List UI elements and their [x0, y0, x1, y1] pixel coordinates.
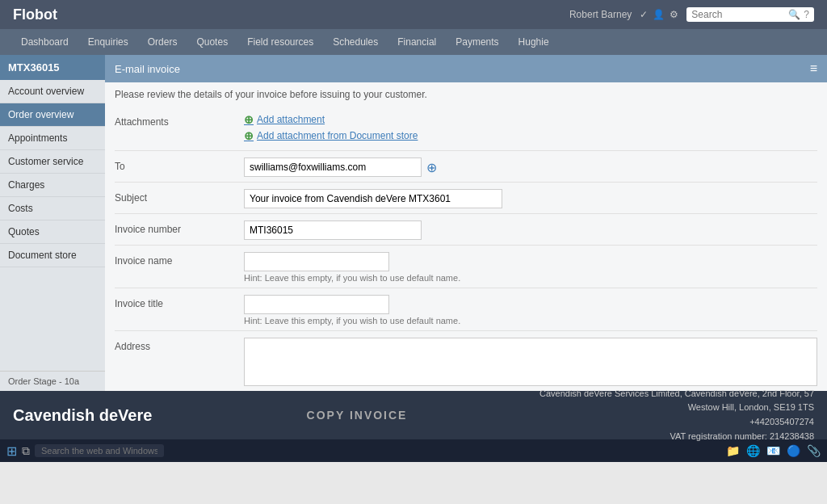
- to-field: ⊕: [244, 158, 817, 177]
- footer-phone: +442035407274: [539, 415, 814, 430]
- to-label: To: [115, 158, 244, 172]
- footer: Cavendish deVere COPY INVOICE Cavendish …: [0, 391, 827, 439]
- attachments-label: Attachments: [115, 113, 244, 128]
- email-invoice-body: Please review the details of your invoic…: [105, 82, 827, 391]
- to-add-button[interactable]: ⊕: [426, 160, 437, 175]
- subject-input[interactable]: [244, 189, 502, 208]
- address-textarea[interactable]: [244, 338, 817, 386]
- to-row: To ⊕: [115, 153, 817, 183]
- invoice-number-input[interactable]: [244, 220, 422, 240]
- nav-orders[interactable]: Orders: [140, 32, 186, 52]
- main-layout: MTX36015 Account overview Order overview…: [0, 55, 827, 391]
- sidebar: MTX36015 Account overview Order overview…: [0, 55, 105, 391]
- attachments-field: ⊕ Add attachment ⊕ Add attachment from D…: [244, 113, 817, 145]
- email-invoice-panel: E-mail invoice ≡ Please review the detai…: [105, 55, 827, 391]
- nav-enquiries[interactable]: Enquiries: [80, 32, 136, 52]
- subject-row: Subject document.querySelector('[data-na…: [115, 184, 817, 214]
- checkmark-icon[interactable]: ✓: [640, 9, 648, 20]
- nav-schedules[interactable]: Schedules: [325, 32, 386, 52]
- invoice-number-row: Invoice number: [115, 216, 817, 246]
- sidebar-item-costs[interactable]: Costs: [0, 197, 105, 220]
- invoice-name-row: Invoice name Hint: Leave this empty, if …: [115, 247, 817, 288]
- nav-hughie[interactable]: Hughie: [510, 32, 557, 52]
- invoice-number-field: [244, 220, 817, 240]
- user-icon[interactable]: 👤: [653, 9, 665, 20]
- user-area: Robert Barney ✓ 👤 ⚙ 🔍 ?: [569, 7, 814, 22]
- invoice-title-hint: Hint: Leave this empty, if you wish to u…: [244, 316, 817, 326]
- gear-icon[interactable]: ⚙: [670, 9, 678, 20]
- subject-field: document.querySelector('[data-name="subj…: [244, 189, 817, 208]
- subject-label: Subject: [115, 189, 244, 204]
- nav-payments[interactable]: Payments: [447, 32, 506, 52]
- address-field: Hint: Leave this empty, if you wish to u…: [244, 338, 817, 391]
- email-invoice-title: E-mail invoice: [115, 63, 180, 75]
- taskbar-icon-4[interactable]: 🔵: [787, 444, 800, 457]
- footer-vat: VAT registration number: 214238438: [539, 430, 814, 444]
- invoice-title-input[interactable]: [244, 295, 389, 314]
- sidebar-item-document-store[interactable]: Document store: [0, 244, 105, 267]
- nav-field-resources[interactable]: Field resources: [239, 32, 321, 52]
- to-input[interactable]: [244, 158, 422, 177]
- invoice-name-input[interactable]: [244, 252, 389, 271]
- invoice-title-label: Invoice title: [115, 295, 244, 309]
- top-bar: Flobot Robert Barney ✓ 👤 ⚙ 🔍 ?: [0, 0, 827, 29]
- attachments-row: Attachments ⊕ Add attachment ⊕ Add attac…: [115, 108, 817, 151]
- invoice-title-field: Hint: Leave this empty, if you wish to u…: [244, 295, 817, 326]
- review-notice: Please review the details of your invoic…: [115, 89, 817, 100]
- sidebar-stage: Order Stage - 10a: [0, 371, 105, 391]
- app-title: Flobot: [13, 6, 57, 23]
- user-icons: ✓ 👤 ⚙: [640, 9, 678, 20]
- sidebar-item-order-overview[interactable]: Order overview: [0, 103, 105, 127]
- footer-logo: Cavendish deVere: [13, 406, 174, 425]
- nav-financial[interactable]: Financial: [389, 32, 444, 52]
- footer-address-line1: Cavendish deVere Services Limited, Caven…: [539, 387, 814, 401]
- invoice-number-label: Invoice number: [115, 220, 244, 235]
- invoice-name-label: Invoice name: [115, 252, 244, 267]
- sidebar-item-quotes[interactable]: Quotes: [0, 220, 105, 244]
- sidebar-item-account-overview[interactable]: Account overview: [0, 80, 105, 103]
- content-area: E-mail invoice ≡ Please review the detai…: [105, 55, 827, 391]
- taskbar-icon-5[interactable]: 📎: [807, 444, 821, 457]
- sidebar-account-id[interactable]: MTX36015: [0, 55, 105, 80]
- nav-bar: Dashboard Enquiries Orders Quotes Field …: [0, 29, 827, 55]
- add-attachment-link[interactable]: ⊕ Add attachment: [244, 113, 817, 126]
- email-invoice-header: E-mail invoice ≡: [105, 55, 827, 82]
- add-store-icon: ⊕: [244, 129, 254, 142]
- nav-dashboard[interactable]: Dashboard: [13, 32, 77, 52]
- search-icon: 🔍: [788, 9, 800, 20]
- taskbar-app-icons: 📁 🌐 📧 🔵 📎: [726, 444, 821, 457]
- start-icon[interactable]: ⊞: [6, 443, 17, 459]
- footer-address-line2: Westow Hill, London, SE19 1TS: [539, 401, 814, 415]
- help-icon[interactable]: ?: [804, 9, 809, 20]
- taskbar-icon-3[interactable]: 📧: [766, 444, 780, 457]
- add-attachment-store-link[interactable]: ⊕ Add attachment from Document store: [244, 129, 817, 142]
- menu-icon[interactable]: ≡: [810, 61, 817, 76]
- invoice-name-hint: Hint: Leave this empty, if you wish to u…: [244, 273, 817, 283]
- footer-copy-invoice: COPY INVOICE: [191, 409, 523, 422]
- invoice-title-row: Invoice title Hint: Leave this empty, if…: [115, 290, 817, 331]
- footer-address: Cavendish deVere Services Limited, Caven…: [539, 387, 814, 443]
- nav-quotes[interactable]: Quotes: [188, 32, 236, 52]
- taskbar-icon-1[interactable]: 📁: [726, 444, 740, 457]
- username: Robert Barney: [569, 9, 632, 20]
- invoice-name-field: Hint: Leave this empty, if you wish to u…: [244, 252, 817, 283]
- address-label: Address: [115, 338, 244, 352]
- taskview-icon[interactable]: ⧉: [22, 444, 30, 458]
- taskbar-search-input[interactable]: [35, 444, 164, 457]
- search-bar: 🔍 ?: [686, 7, 814, 22]
- sidebar-item-customer-service[interactable]: Customer service: [0, 150, 105, 174]
- sidebar-item-charges[interactable]: Charges: [0, 174, 105, 197]
- sidebar-item-appointments[interactable]: Appointments: [0, 127, 105, 150]
- taskbar-icon-2[interactable]: 🌐: [746, 444, 760, 457]
- address-row: Address Hint: Leave this empty, if you w…: [115, 333, 817, 391]
- add-icon: ⊕: [244, 113, 254, 126]
- search-input[interactable]: [691, 9, 788, 20]
